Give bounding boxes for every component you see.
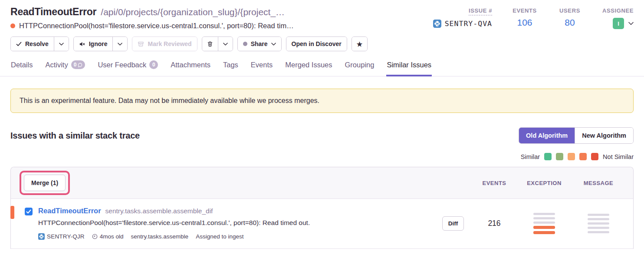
legend-swatch [579, 153, 587, 160]
open-in-discover-button-group: Open in Discover [286, 36, 347, 51]
tab-label: Details [11, 61, 33, 69]
assigned-text: Assigned to ingest [196, 233, 243, 240]
algorithm-toggle: Old Algorithm New Algorithm [519, 127, 634, 144]
issue-number-label: ISSUE # [469, 7, 492, 16]
tab-label: Events [251, 61, 273, 69]
bookmark-button[interactable]: ★ [352, 37, 367, 51]
tab-merged-issues[interactable]: Merged Issues [285, 57, 332, 76]
mark-reviewed-button-label: Mark Reviewed [148, 40, 191, 47]
issue-culprit: /api/0/projects/{organization_slug}/{pro… [101, 7, 285, 17]
similar-issue-message: HTTPConnectionPool(host='filestore.servi… [38, 219, 310, 227]
clock-icon [92, 234, 98, 239]
similarity-bar-gray [588, 222, 609, 225]
trash-icon [207, 41, 213, 47]
tab-label: Tags [223, 61, 238, 69]
merge-button-highlight: Merge (1) [20, 171, 70, 195]
check-icon [16, 42, 22, 46]
chevron-down-icon [223, 43, 228, 46]
issue-header: ReadTimeoutError /api/0/projects/{organi… [10, 6, 634, 30]
python-platform-icon [433, 20, 441, 28]
column-header-exception: EXCEPTION [516, 180, 572, 186]
bookmark-button-group: ★ [352, 36, 368, 51]
meta-short-id: SENTRY-QJR [38, 233, 85, 240]
tab-tags[interactable]: Tags [223, 57, 239, 76]
delete-button[interactable] [202, 37, 218, 51]
mark-reviewed-button-group: Mark Reviewed [132, 36, 197, 51]
column-header-message: MESSAGE [572, 180, 624, 186]
star-icon: ★ [357, 41, 362, 47]
resolve-button-group: Resolve [10, 36, 69, 51]
badge-count: 0 [152, 62, 155, 68]
legend-not-similar-label: Not Similar [603, 153, 634, 160]
issue-toolbar: Resolve Ignore Mark Reviewed [10, 36, 634, 51]
exception-similarity-bars [533, 213, 555, 234]
similarity-bar-gray [533, 222, 555, 224]
similarity-bar-gray [533, 213, 555, 215]
error-level-dot-icon [10, 23, 15, 28]
activity-count-badge: 0 [71, 60, 85, 69]
legend-swatch [568, 153, 575, 160]
issue-tabs: Details Activity 0 User Feedback 0 Attac… [10, 57, 634, 76]
tab-label: Attachments [171, 61, 210, 69]
stat-events: EVENTS 106 [512, 7, 537, 29]
new-algorithm-button[interactable]: New Algorithm [575, 128, 633, 143]
old-algorithm-button[interactable]: Old Algorithm [519, 128, 575, 143]
tab-label: User Feedback [98, 61, 146, 69]
resolve-button[interactable]: Resolve [11, 37, 54, 51]
merge-button[interactable]: Merge (1) [24, 175, 66, 191]
ignore-button-label: Ignore [89, 40, 108, 47]
open-in-discover-button[interactable]: Open in Discover [286, 37, 347, 51]
issue-header-titles: ReadTimeoutError /api/0/projects/{organi… [10, 6, 433, 30]
mark-reviewed-button[interactable]: Mark Reviewed [132, 37, 197, 51]
python-platform-icon [38, 233, 45, 240]
chevron-down-icon[interactable] [628, 22, 634, 25]
issue-stats: ISSUE # SENTRY-QVA EVENTS 106 USERS 80 [433, 6, 634, 29]
resolve-dropdown-button[interactable] [54, 37, 69, 51]
assignee-label: ASSIGNEE [602, 7, 634, 14]
tab-attachments[interactable]: Attachments [170, 57, 211, 76]
ignore-button[interactable]: Ignore [74, 37, 113, 51]
delete-button-group [202, 36, 233, 51]
tab-user-feedback[interactable]: User Feedback 0 [97, 57, 158, 76]
similarity-bar-orange [533, 231, 555, 234]
issue-checkbox[interactable] [25, 208, 33, 215]
meta-assigned: Assigned to ingest [196, 233, 243, 240]
meta-task: sentry.tasks.assemble [131, 233, 189, 240]
chevron-down-icon [59, 43, 64, 46]
legend-swatch [556, 153, 563, 160]
tab-grouping[interactable]: Grouping [345, 57, 375, 76]
legend-similar-label: Similar [521, 153, 540, 160]
column-header-events: EVENTS [473, 180, 516, 186]
legend-swatch [544, 153, 552, 160]
assignee-avatar[interactable]: I [613, 18, 624, 29]
similarity-legend-swatches [544, 153, 598, 160]
similarity-bar-gray [588, 218, 609, 220]
delete-dropdown-button[interactable] [218, 37, 233, 51]
issue-short-id: SENTRY-QVA [445, 20, 492, 28]
users-count[interactable]: 80 [565, 18, 575, 27]
tab-activity[interactable]: Activity 0 [45, 57, 85, 76]
similar-issue-title-link[interactable]: ReadTimeoutError [38, 207, 101, 215]
row-columns: Diff 216 [434, 213, 624, 234]
tab-similar-issues[interactable]: Similar Issues [386, 57, 432, 76]
issue-subtitle-line: HTTPConnectionPool(host='filestore.servi… [10, 22, 433, 30]
resolve-button-label: Resolve [25, 40, 49, 47]
tab-details[interactable]: Details [10, 57, 33, 76]
section-title: Issues with a similar stack trace [10, 131, 140, 141]
chevron-down-icon [271, 43, 276, 46]
stat-assignee: ASSIGNEE I [602, 7, 634, 29]
age-text: 4mos old [100, 233, 124, 240]
issue-title-line: ReadTimeoutError /api/0/projects/{organi… [10, 6, 433, 18]
meta-age: 4mos old [92, 233, 124, 240]
diff-button[interactable]: Diff [442, 216, 464, 231]
similarity-bar-gray [533, 217, 555, 219]
events-count[interactable]: 106 [517, 18, 532, 27]
assignee-selector[interactable]: I [613, 18, 634, 29]
user-feedback-count-badge: 0 [149, 60, 158, 69]
ignore-dropdown-button[interactable] [112, 37, 127, 51]
share-button[interactable]: Share [238, 37, 281, 51]
similarity-bar-gray [588, 214, 609, 216]
table-column-headers: EVENTS EXCEPTION MESSAGE [434, 180, 624, 186]
banner-text: This is an experimental feature. Data ma… [20, 97, 319, 105]
tab-events[interactable]: Events [250, 57, 273, 76]
